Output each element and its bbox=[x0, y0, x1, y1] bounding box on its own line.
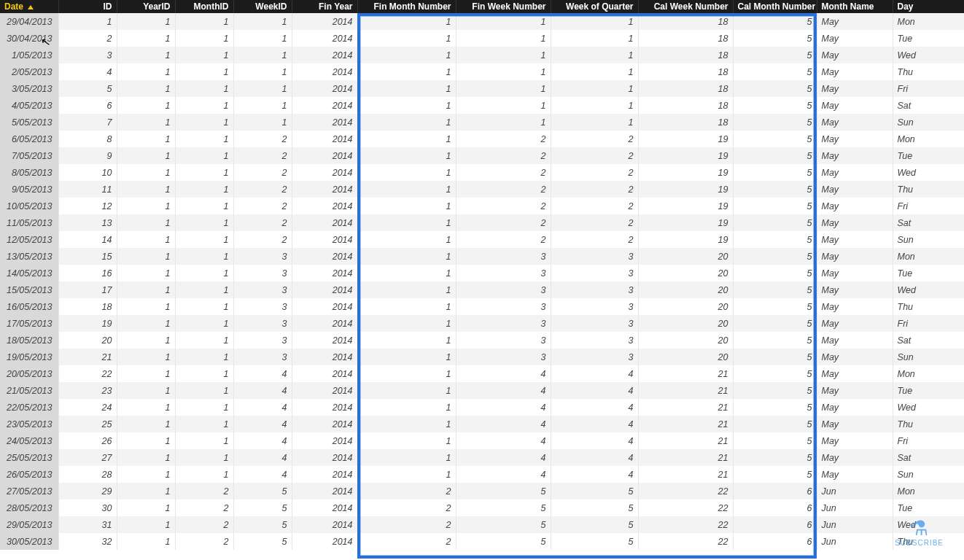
cell-year_id[interactable]: 1 bbox=[117, 499, 175, 516]
cell-fin_year[interactable]: 2014 bbox=[292, 466, 357, 483]
cell-week_of_quarter[interactable]: 1 bbox=[551, 13, 638, 30]
cell-fin_month_number[interactable]: 1 bbox=[357, 47, 456, 63]
cell-date[interactable]: 14/05/2013 bbox=[0, 265, 58, 281]
cell-week_of_quarter[interactable]: 2 bbox=[551, 231, 638, 248]
column-header-month_name[interactable]: Month Name bbox=[817, 0, 893, 13]
cell-fin_year[interactable]: 2014 bbox=[292, 164, 357, 181]
cell-year_id[interactable]: 1 bbox=[117, 265, 175, 281]
cell-week_of_quarter[interactable]: 2 bbox=[551, 131, 638, 147]
table-row[interactable]: 27/05/2013291252014255226JunMon bbox=[0, 483, 964, 499]
cell-month_id[interactable]: 1 bbox=[175, 47, 233, 63]
cell-fin_month_number[interactable]: 1 bbox=[357, 97, 456, 114]
cell-day[interactable]: Sat bbox=[893, 449, 964, 466]
cell-month_id[interactable]: 1 bbox=[175, 147, 233, 164]
cell-fin_year[interactable]: 2014 bbox=[292, 533, 357, 550]
cell-week_id[interactable]: 4 bbox=[233, 449, 292, 466]
cell-cal_week_number[interactable]: 21 bbox=[638, 449, 733, 466]
cell-cal_week_number[interactable]: 21 bbox=[638, 399, 733, 416]
cell-cal_month_number[interactable]: 5 bbox=[733, 63, 817, 80]
cell-date[interactable]: 27/05/2013 bbox=[0, 483, 58, 499]
cell-year_id[interactable]: 1 bbox=[117, 231, 175, 248]
cell-year_id[interactable]: 1 bbox=[117, 298, 175, 315]
cell-id[interactable]: 18 bbox=[58, 298, 117, 315]
cell-cal_week_number[interactable]: 18 bbox=[638, 97, 733, 114]
cell-week_of_quarter[interactable]: 5 bbox=[551, 533, 638, 550]
table-row[interactable]: 23/05/2013251142014144215MayThu bbox=[0, 416, 964, 432]
cell-day[interactable]: Wed bbox=[893, 399, 964, 416]
cell-id[interactable]: 25 bbox=[58, 416, 117, 432]
cell-month_name[interactable]: May bbox=[817, 181, 893, 198]
cell-month_name[interactable]: May bbox=[817, 382, 893, 399]
cell-date[interactable]: 1/05/2013 bbox=[0, 47, 58, 63]
cell-fin_year[interactable]: 2014 bbox=[292, 97, 357, 114]
cell-day[interactable]: Sat bbox=[893, 332, 964, 349]
cell-cal_month_number[interactable]: 5 bbox=[733, 298, 817, 315]
cell-day[interactable]: Thu bbox=[893, 181, 964, 198]
table-row[interactable]: 19/05/2013211132014133205MaySun bbox=[0, 349, 964, 365]
cell-day[interactable]: Mon bbox=[893, 13, 964, 30]
cell-month_id[interactable]: 1 bbox=[175, 365, 233, 382]
column-header-id[interactable]: ID bbox=[58, 0, 117, 13]
cell-month_id[interactable]: 2 bbox=[175, 516, 233, 533]
cell-fin_month_number[interactable]: 1 bbox=[357, 432, 456, 449]
cell-week_id[interactable]: 5 bbox=[233, 499, 292, 516]
table-row[interactable]: 13/05/2013151132014133205MayMon bbox=[0, 248, 964, 265]
cell-fin_week_number[interactable]: 2 bbox=[456, 214, 551, 231]
table-row[interactable]: 6/05/201381122014122195MayMon bbox=[0, 131, 964, 147]
table-row[interactable]: 3/05/201351112014111185MayFri bbox=[0, 80, 964, 97]
cell-fin_week_number[interactable]: 5 bbox=[456, 516, 551, 533]
cell-fin_month_number[interactable]: 1 bbox=[357, 131, 456, 147]
cell-week_id[interactable]: 2 bbox=[233, 214, 292, 231]
cell-fin_week_number[interactable]: 1 bbox=[456, 47, 551, 63]
table-row[interactable]: 24/05/2013261142014144215MayFri bbox=[0, 432, 964, 449]
cell-fin_year[interactable]: 2014 bbox=[292, 47, 357, 63]
cell-fin_week_number[interactable]: 3 bbox=[456, 349, 551, 365]
cell-date[interactable]: 22/05/2013 bbox=[0, 399, 58, 416]
cell-cal_week_number[interactable]: 21 bbox=[638, 466, 733, 483]
cell-day[interactable]: Wed bbox=[893, 47, 964, 63]
cell-week_of_quarter[interactable]: 3 bbox=[551, 315, 638, 332]
cell-fin_week_number[interactable]: 2 bbox=[456, 198, 551, 214]
cell-fin_year[interactable]: 2014 bbox=[292, 248, 357, 265]
cell-id[interactable]: 20 bbox=[58, 332, 117, 349]
cell-month_name[interactable]: May bbox=[817, 298, 893, 315]
cell-fin_year[interactable]: 2014 bbox=[292, 231, 357, 248]
cell-fin_week_number[interactable]: 2 bbox=[456, 131, 551, 147]
cell-date[interactable]: 17/05/2013 bbox=[0, 315, 58, 332]
cell-fin_week_number[interactable]: 3 bbox=[456, 265, 551, 281]
cell-month_id[interactable]: 1 bbox=[175, 399, 233, 416]
cell-week_id[interactable]: 3 bbox=[233, 332, 292, 349]
cell-cal_week_number[interactable]: 18 bbox=[638, 13, 733, 30]
cell-month_name[interactable]: May bbox=[817, 399, 893, 416]
cell-date[interactable]: 30/05/2013 bbox=[0, 533, 58, 550]
cell-cal_month_number[interactable]: 5 bbox=[733, 365, 817, 382]
cell-month_name[interactable]: May bbox=[817, 365, 893, 382]
cell-fin_week_number[interactable]: 1 bbox=[456, 63, 551, 80]
cell-id[interactable]: 32 bbox=[58, 533, 117, 550]
cell-year_id[interactable]: 1 bbox=[117, 63, 175, 80]
cell-id[interactable]: 31 bbox=[58, 516, 117, 533]
cell-date[interactable]: 6/05/2013 bbox=[0, 131, 58, 147]
cell-week_id[interactable]: 3 bbox=[233, 248, 292, 265]
cell-day[interactable]: Thu bbox=[893, 63, 964, 80]
cell-year_id[interactable]: 1 bbox=[117, 332, 175, 349]
cell-week_id[interactable]: 5 bbox=[233, 516, 292, 533]
cell-month_id[interactable]: 1 bbox=[175, 349, 233, 365]
cell-fin_week_number[interactable]: 1 bbox=[456, 13, 551, 30]
cell-week_id[interactable]: 4 bbox=[233, 466, 292, 483]
cell-month_name[interactable]: May bbox=[817, 97, 893, 114]
cell-week_id[interactable]: 2 bbox=[233, 198, 292, 214]
cell-date[interactable]: 9/05/2013 bbox=[0, 181, 58, 198]
table-row[interactable]: 1/05/201331112014111185MayWed bbox=[0, 47, 964, 63]
cell-fin_year[interactable]: 2014 bbox=[292, 80, 357, 97]
cell-week_of_quarter[interactable]: 3 bbox=[551, 332, 638, 349]
cell-fin_year[interactable]: 2014 bbox=[292, 449, 357, 466]
cell-week_id[interactable]: 4 bbox=[233, 382, 292, 399]
cell-id[interactable]: 26 bbox=[58, 432, 117, 449]
cell-month_name[interactable]: May bbox=[817, 231, 893, 248]
cell-year_id[interactable]: 1 bbox=[117, 516, 175, 533]
cell-year_id[interactable]: 1 bbox=[117, 315, 175, 332]
cell-week_id[interactable]: 2 bbox=[233, 164, 292, 181]
cell-fin_year[interactable]: 2014 bbox=[292, 198, 357, 214]
cell-id[interactable]: 14 bbox=[58, 231, 117, 248]
